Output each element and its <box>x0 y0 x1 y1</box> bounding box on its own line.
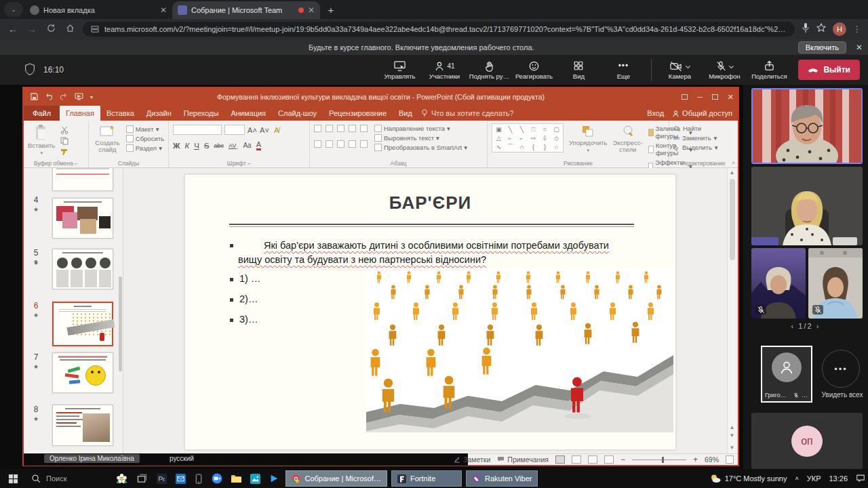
tab-file[interactable]: Файл <box>24 106 60 121</box>
photos-app-icon[interactable] <box>245 469 264 488</box>
more-button[interactable]: ••• Еще <box>602 57 644 83</box>
thumbnail-scrollbar[interactable] <box>119 277 122 371</box>
leave-button[interactable]: Выйти <box>798 60 860 80</box>
browser-menu-icon[interactable]: ⋯ <box>852 25 862 33</box>
tab-view[interactable]: Вид <box>393 106 418 121</box>
replace-button[interactable]: ab Заменить ▾ <box>673 134 733 142</box>
tab-close-icon[interactable]: ✕ <box>160 5 167 15</box>
section-button[interactable]: Раздел ▾ <box>126 144 164 152</box>
change-case-button[interactable]: Aa <box>243 142 251 149</box>
reload-icon[interactable] <box>45 24 57 35</box>
file-explorer-icon[interactable] <box>226 469 245 488</box>
align-right-icon[interactable] <box>337 140 344 148</box>
clear-format-icon[interactable]: A̸ <box>272 126 281 134</box>
thumbnail-slide-8[interactable] <box>52 405 113 446</box>
thumbnail-slide-5[interactable] <box>52 249 113 289</box>
start-button[interactable] <box>0 469 26 488</box>
tab-slideshow[interactable]: Слайд-шоу <box>272 106 323 121</box>
zoom-out-button[interactable]: − <box>620 455 625 464</box>
video-pagination[interactable]: ‹ 1/2 › <box>743 322 868 330</box>
react-button[interactable]: Реагировать <box>513 57 555 83</box>
font-size-combo[interactable] <box>224 125 245 135</box>
new-slide-button[interactable]: Создать слайд <box>93 125 122 154</box>
tab-insert[interactable]: Вставка <box>100 106 140 121</box>
align-text-button[interactable]: Выровнять текст ▾ <box>374 134 467 142</box>
line-spacing-icon[interactable] <box>360 125 368 132</box>
slide-scrollbar[interactable]: ▲ ▲ ▼ ▼ <box>727 168 736 453</box>
tab-design[interactable]: Дизайн <box>140 106 178 121</box>
columns-icon[interactable] <box>360 140 368 148</box>
redo-icon[interactable] <box>60 93 68 102</box>
grow-font-icon[interactable]: A˄ <box>248 126 257 134</box>
video-feed-2[interactable] <box>751 167 863 245</box>
comments-toggle[interactable]: Примечания <box>497 455 549 464</box>
sign-in-link[interactable]: Вход <box>647 109 664 117</box>
restore-icon[interactable] <box>712 94 718 100</box>
qat-customize-chevron-icon[interactable]: ▾ <box>90 94 93 100</box>
char-spacing-button[interactable]: AV˯ <box>229 142 238 149</box>
tab-transitions[interactable]: Переходы <box>178 106 225 121</box>
minimize-icon[interactable]: ─ <box>697 93 703 101</box>
format-painter-icon[interactable] <box>60 148 68 156</box>
raise-hand-button[interactable]: Поднять ру… <box>468 57 510 83</box>
taskbar-app-fortnite[interactable]: Fortnite <box>391 470 462 487</box>
decrease-indent-icon[interactable] <box>337 125 344 132</box>
browser-tab-meeting[interactable]: Собрание | Microsoft Team ✕ <box>172 1 320 19</box>
fit-to-window-button[interactable] <box>726 455 734 464</box>
arrange-button[interactable]: Упорядочить▾ <box>569 125 608 153</box>
back-icon[interactable]: ← <box>7 24 19 35</box>
site-info-icon[interactable] <box>91 25 99 33</box>
notes-toggle[interactable]: Заметки <box>454 455 490 464</box>
font-name-combo[interactable] <box>173 125 222 135</box>
align-center-icon[interactable] <box>326 140 333 148</box>
smartart-button[interactable]: Преобразовать в SmartArt ▾ <box>374 144 467 151</box>
mail-app-icon[interactable] <box>171 469 190 488</box>
save-icon[interactable] <box>31 93 38 102</box>
weather-widget[interactable]: 17°C Mostly sunny <box>710 474 787 483</box>
quick-styles-button[interactable]: Экспресс-стили <box>613 125 643 154</box>
close-icon[interactable]: ✕ <box>728 93 734 102</box>
slideshow-view-button[interactable] <box>604 455 614 464</box>
align-left-icon[interactable] <box>314 140 321 148</box>
thumbnail-slide-4[interactable] <box>52 198 113 239</box>
mic-search-icon[interactable] <box>802 23 810 35</box>
tab-review[interactable]: Рецензирование <box>323 106 393 121</box>
mic-button[interactable]: Микрофон <box>703 57 745 83</box>
shadow-button[interactable]: abc <box>214 142 224 149</box>
participant-tile-op[interactable]: оп <box>751 413 863 469</box>
zoom-level[interactable]: 69% <box>705 455 719 464</box>
view-button[interactable]: Вид <box>557 57 599 83</box>
video-feed-4[interactable] <box>808 248 863 319</box>
see-all-button[interactable]: ••• <box>822 350 860 388</box>
share-presentation-button[interactable]: Общий доступ <box>672 109 732 117</box>
strike-button[interactable]: S <box>204 142 210 150</box>
numbering-icon[interactable] <box>326 125 333 132</box>
forward-icon[interactable]: → <box>26 24 38 35</box>
collapse-ribbon-icon[interactable]: ˄ <box>732 160 735 166</box>
start-slideshow-icon[interactable] <box>75 93 83 102</box>
cut-icon[interactable] <box>60 126 68 134</box>
flower-app-icon[interactable] <box>111 469 132 488</box>
manage-button[interactable]: Управлять <box>378 57 420 83</box>
slide-sorter-view-button[interactable] <box>572 455 581 464</box>
home-icon[interactable] <box>64 24 76 35</box>
tell-me-box[interactable]: Что вы хотите сделать? <box>421 109 514 117</box>
undo-icon[interactable] <box>45 93 53 102</box>
normal-view-button[interactable] <box>555 455 565 464</box>
zoom-app-icon[interactable] <box>208 469 226 488</box>
thumbnail-slide-6[interactable] <box>52 302 113 346</box>
ribbon-options-icon[interactable] <box>682 94 688 100</box>
tile-more-icon[interactable]: … <box>802 392 808 399</box>
reading-view-button[interactable] <box>588 455 597 464</box>
copy-icon[interactable] <box>60 137 68 145</box>
layout-button[interactable]: Макет ▾ <box>126 125 164 133</box>
browser-tab-newtab[interactable]: Новая вкладка ✕ <box>24 1 172 19</box>
clock[interactable]: 13:26 <box>829 474 848 483</box>
url-bar[interactable]: teams.microsoft.com/v2/?meetingjoin=true… <box>83 22 795 37</box>
language-indicator[interactable]: русский <box>170 455 194 462</box>
profile-avatar[interactable]: H <box>833 22 846 36</box>
video-feed-3[interactable] <box>751 248 806 319</box>
increase-indent-icon[interactable] <box>349 125 356 132</box>
select-button[interactable]: Выделить ▾ <box>673 144 733 151</box>
reset-button[interactable]: Сбросить <box>126 135 164 142</box>
